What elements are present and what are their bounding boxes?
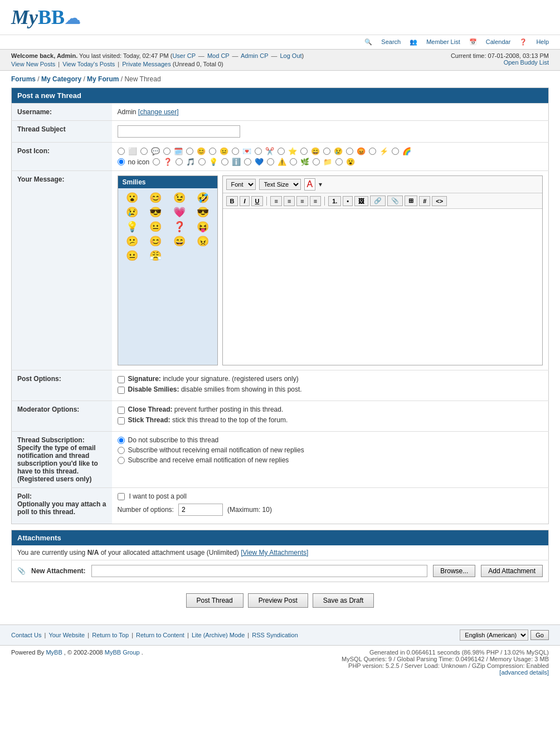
align-left-button[interactable]: ≡ [270, 196, 281, 206]
smiley-7[interactable]: 💗 [169, 206, 191, 218]
smiley-17[interactable]: 😐 [121, 250, 143, 262]
icon-radio-7[interactable] [255, 148, 262, 155]
icon-radio-20[interactable] [290, 158, 297, 165]
no-icon-radio[interactable] [118, 158, 125, 165]
sub-radio-2[interactable] [118, 447, 125, 454]
lite-mode-link[interactable]: Lite (Archive) Mode [192, 632, 245, 638]
post-thread-button[interactable]: Post Thread [186, 593, 244, 608]
smiley-8[interactable]: 😎 [192, 206, 214, 218]
bold-button[interactable]: B [226, 196, 238, 206]
smiley-2[interactable]: 😊 [145, 192, 167, 204]
smiley-16[interactable]: 😠 [192, 235, 214, 247]
sub-radio-3[interactable] [118, 457, 125, 464]
color-dropdown-icon[interactable]: ▾ [319, 180, 322, 188]
icon-radio-5[interactable] [209, 148, 216, 155]
icon-radio-2[interactable] [140, 148, 148, 155]
memberlist-link[interactable]: Member List [426, 38, 460, 46]
align-right-button[interactable]: ≡ [296, 196, 308, 206]
preview-post-button[interactable]: Preview Post [248, 593, 308, 608]
smiley-6[interactable]: 😎 [145, 206, 167, 218]
admin-cp-link[interactable]: Admin CP [241, 52, 268, 59]
user-cp-link[interactable]: User CP [172, 52, 195, 59]
mod-cp-link[interactable]: Mod CP [207, 52, 230, 59]
smiley-5[interactable]: 😢 [121, 206, 143, 218]
icon-radio-18[interactable] [244, 158, 251, 165]
smiley-12[interactable]: 😝 [192, 221, 214, 233]
logout-link[interactable]: Log Out [280, 52, 301, 59]
smiley-13[interactable]: 😕 [121, 235, 143, 247]
font-select[interactable]: Font [226, 179, 256, 190]
return-content-link[interactable]: Return to Content [136, 632, 184, 638]
close-thread-checkbox[interactable] [118, 407, 125, 414]
icon-radio-14[interactable] [153, 158, 160, 165]
hash-button[interactable]: # [419, 196, 430, 206]
icon-radio-12[interactable] [369, 148, 376, 155]
underline-button[interactable]: U [251, 196, 264, 206]
icon-radio-16[interactable] [198, 158, 206, 165]
breadcrumb-forums[interactable]: Forums [11, 75, 36, 83]
your-website-link[interactable]: Your Website [48, 632, 85, 638]
icon-radio-21[interactable] [313, 158, 320, 165]
disable-smilies-checkbox[interactable] [118, 387, 125, 394]
icon-radio-6[interactable] [232, 148, 239, 155]
signature-checkbox[interactable] [118, 376, 125, 383]
table-button[interactable]: ⊞ [405, 196, 417, 206]
view-today-posts-link[interactable]: View Today's Posts [62, 61, 115, 67]
sub-radio-1[interactable] [118, 437, 125, 444]
smiley-11[interactable]: ❓ [169, 221, 191, 233]
icon-radio-22[interactable] [335, 158, 343, 165]
browse-button[interactable]: Browse... [433, 565, 475, 577]
icon-radio-13[interactable] [392, 148, 399, 155]
smiley-4[interactable]: 🤣 [192, 192, 214, 204]
unordered-list-button[interactable]: • [343, 196, 353, 206]
breadcrumb-category[interactable]: My Category [41, 75, 81, 83]
icon-radio-1[interactable] [118, 148, 125, 155]
stick-thread-checkbox[interactable] [118, 417, 125, 424]
help-link[interactable]: Help [536, 38, 549, 46]
icon-radio-3[interactable] [163, 148, 171, 155]
mybb-link[interactable]: MyBB [46, 649, 62, 656]
attachment-input[interactable] [91, 565, 428, 577]
advanced-details-link[interactable]: [advanced details] [499, 669, 549, 676]
search-link[interactable]: Search [381, 38, 401, 46]
rss-link[interactable]: RSS Syndication [252, 632, 298, 638]
icon-radio-4[interactable] [186, 148, 193, 155]
language-select[interactable]: English (American) [460, 629, 528, 641]
color-button[interactable]: A [304, 178, 316, 191]
thread-subject-input[interactable] [118, 125, 240, 138]
smiley-9[interactable]: 💡 [121, 221, 143, 233]
smiley-15[interactable]: 😄 [169, 235, 191, 247]
italic-button[interactable]: I [240, 196, 249, 206]
poll-checkbox[interactable] [118, 493, 125, 500]
image-button[interactable]: 🖼 [354, 196, 368, 206]
save-draft-button[interactable]: Save as Draft [313, 593, 374, 608]
smiley-3[interactable]: 😉 [169, 192, 191, 204]
smiley-14[interactable]: 😊 [145, 235, 167, 247]
add-attachment-button[interactable]: Add Attachment [481, 565, 543, 577]
return-top-link[interactable]: Return to Top [92, 632, 129, 638]
smiley-1[interactable]: 😮 [121, 192, 143, 204]
icon-radio-11[interactable] [346, 148, 353, 155]
breadcrumb-forum[interactable]: My Forum [87, 75, 119, 83]
mybb-group-link[interactable]: MyBB Group [105, 649, 140, 656]
link-button[interactable]: 🔗 [370, 196, 386, 206]
icon-radio-10[interactable] [323, 148, 330, 155]
private-messages-link[interactable]: Private Messages [122, 61, 171, 67]
align-center-button[interactable]: ≡ [284, 196, 295, 206]
icon-radio-17[interactable] [221, 158, 228, 165]
view-new-posts-link[interactable]: View New Posts [11, 61, 55, 67]
smiley-10[interactable]: 😐 [145, 221, 167, 233]
contact-link[interactable]: Contact Us [11, 632, 41, 638]
align-justify-button[interactable]: ≡ [310, 196, 321, 206]
message-editor[interactable] [223, 209, 543, 365]
smiley-18[interactable]: 😤 [145, 250, 167, 262]
calendar-link[interactable]: Calendar [486, 38, 511, 46]
change-user-link[interactable]: [change user] [138, 108, 179, 116]
ordered-list-button[interactable]: 1. [328, 196, 341, 206]
file-button[interactable]: 📎 [387, 196, 403, 206]
icon-radio-8[interactable] [277, 148, 285, 155]
go-button[interactable]: Go [530, 630, 549, 640]
view-attachments-link[interactable]: [View My Attachments] [241, 549, 308, 556]
icon-radio-9[interactable] [300, 148, 308, 155]
poll-num-options-input[interactable] [178, 504, 223, 516]
